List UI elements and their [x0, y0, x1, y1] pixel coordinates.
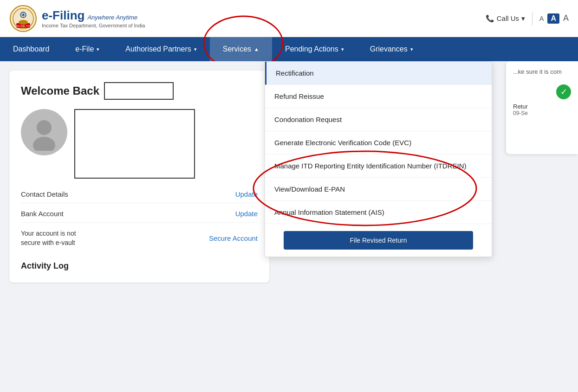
sidebar-item-dashboard[interactable]: Dashboard — [0, 37, 62, 61]
bank-account-update-link[interactable]: Update — [235, 210, 258, 218]
return-label: Retur — [513, 103, 571, 110]
dropdown-item-refund-reissue[interactable]: Refund Reissue — [265, 85, 492, 108]
user-name-box — [104, 82, 174, 100]
authorised-partners-label: Authorised Partners — [125, 45, 191, 53]
header: INCOME TAX e-Filing Anywhere Anytime Inc… — [0, 0, 578, 37]
text-size-small[interactable]: A — [539, 15, 544, 22]
avatar — [21, 109, 67, 155]
main-content: Welcome Back Contact Details Update — [0, 61, 578, 392]
services-label: Services — [223, 45, 251, 53]
svg-text:INCOME TAX: INCOME TAX — [16, 25, 31, 27]
contact-details-update-link[interactable]: Update — [235, 190, 258, 198]
dropdown-item-manage-itdrein[interactable]: Manage ITD Reporting Entity Identificati… — [265, 154, 492, 178]
return-info: Retur 09-Se — [513, 103, 571, 116]
security-row: Your account is notsecure with e-vault S… — [21, 229, 258, 252]
header-divider — [532, 12, 533, 26]
dropdown-item-generate-evc[interactable]: Generate Electronic Verification Code (E… — [265, 131, 492, 154]
profile-section — [21, 109, 258, 179]
dropdown-item-condonation-request[interactable]: Condonation Request — [265, 108, 492, 131]
bank-account-row: Bank Account Update — [21, 210, 258, 223]
services-dropdown: Rectification Refund Reissue Condonation… — [265, 61, 492, 257]
header-right: 📞 Call Us ▾ A A A — [486, 12, 569, 26]
sidebar-item-pending-actions[interactable]: Pending Actions ▾ — [272, 37, 357, 61]
logo-area: INCOME TAX e-Filing Anywhere Anytime Inc… — [9, 5, 145, 32]
activity-log-title: Activity Log — [21, 261, 258, 271]
navbar: Dashboard e-File ▾ Authorised Partners ▾… — [0, 37, 578, 61]
call-us-chevron: ▾ — [521, 14, 525, 23]
phone-icon: 📞 — [486, 14, 494, 23]
sidebar-item-authorised-partners[interactable]: Authorised Partners ▾ — [112, 37, 209, 61]
sidebar-item-efile[interactable]: e-File ▾ — [62, 37, 112, 61]
pending-actions-chevron: ▾ — [341, 46, 344, 52]
call-us-button[interactable]: 📞 Call Us ▾ — [486, 14, 525, 23]
text-size-medium[interactable]: A — [547, 13, 559, 24]
logo-subtitle: Income Tax Department, Government of Ind… — [42, 23, 145, 28]
dashboard-label: Dashboard — [13, 45, 49, 53]
gov-emblem: INCOME TAX — [9, 5, 37, 32]
bank-account-label: Bank Account — [21, 210, 64, 218]
return-date: 09-Se — [513, 110, 571, 116]
logo-text-area: e-Filing Anywhere Anytime Income Tax Dep… — [42, 8, 145, 28]
info-rows: Contact Details Update Bank Account Upda… — [21, 190, 258, 252]
dropdown-item-rectification[interactable]: Rectification — [265, 62, 492, 85]
return-badge-area: ✓ — [513, 84, 571, 99]
efile-chevron: ▾ — [97, 46, 99, 52]
grievances-chevron: ▾ — [410, 46, 413, 52]
text-size-large[interactable]: A — [563, 13, 569, 23]
svg-point-9 — [19, 20, 28, 25]
secure-account-link[interactable]: Secure Account — [209, 234, 258, 242]
pending-actions-label: Pending Actions — [285, 45, 338, 53]
logo-tagline: Anywhere Anytime — [87, 14, 137, 21]
sidebar-item-grievances[interactable]: Grievances ▾ — [357, 37, 426, 61]
revised-return-row: File Revised Return — [265, 224, 492, 257]
authorised-partners-chevron: ▾ — [194, 46, 197, 52]
left-panel: Welcome Back Contact Details Update — [9, 71, 269, 383]
svg-point-11 — [37, 120, 52, 135]
efile-label: e-File — [75, 45, 94, 53]
dropdown-item-view-epan[interactable]: View/Download E-PAN — [265, 178, 492, 201]
efiling-logo-text: e-Filing — [42, 8, 84, 23]
contact-details-label: Contact Details — [21, 190, 68, 198]
sidebar-item-services[interactable]: Services ▲ — [210, 37, 272, 61]
grievances-label: Grievances — [370, 45, 408, 53]
return-success-badge: ✓ — [556, 84, 571, 99]
call-us-label: Call Us — [497, 14, 519, 22]
services-chevron: ▲ — [254, 46, 259, 52]
text-size-controls: A A A — [539, 13, 569, 24]
right-panel-text: ...ke sure it is com — [513, 68, 571, 75]
file-revised-return-button[interactable]: File Revised Return — [284, 231, 473, 250]
security-label: Your account is notsecure with e-vault — [21, 229, 76, 247]
welcome-text: Welcome Back — [21, 84, 99, 97]
svg-point-12 — [33, 137, 55, 151]
welcome-title: Welcome Back — [21, 82, 258, 100]
profile-info-box — [74, 109, 195, 179]
dropdown-item-ais[interactable]: Annual Information Statement (AIS) — [265, 201, 492, 224]
right-panel-partial: ...ke sure it is com ✓ Retur 09-Se — [506, 61, 578, 154]
welcome-card: Welcome Back Contact Details Update — [9, 71, 269, 283]
contact-details-row: Contact Details Update — [21, 190, 258, 203]
